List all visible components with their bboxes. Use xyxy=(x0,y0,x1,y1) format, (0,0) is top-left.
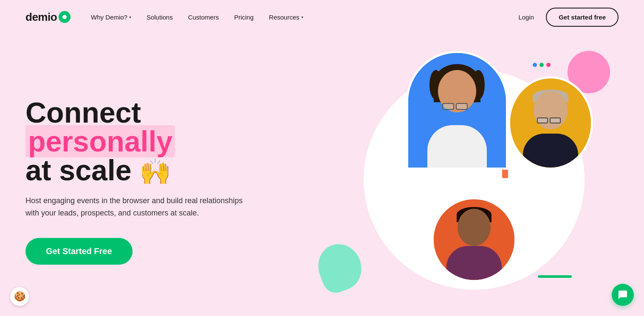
cookie-icon: 🍪 xyxy=(14,291,25,302)
chevron-down-icon: ▾ xyxy=(129,15,131,20)
login-link[interactable]: Login xyxy=(518,14,534,21)
logo[interactable]: demio xyxy=(25,11,71,24)
get-started-hero-button[interactable]: Get Started Free xyxy=(25,238,133,265)
hero-headline: Connect personally at scale 🙌 xyxy=(25,98,280,185)
p2-shirt xyxy=(523,134,578,168)
person-3-silhouette xyxy=(434,199,514,280)
person-card-1 xyxy=(406,51,508,170)
chevron-down-icon-resources: ▾ xyxy=(301,15,303,20)
get-started-nav-button[interactable]: Get started free xyxy=(546,8,619,27)
nav-link-customers[interactable]: Customers xyxy=(188,14,219,21)
hero-right xyxy=(280,42,619,316)
hero-section: Connect personally at scale 🙌 Host engag… xyxy=(0,34,644,316)
dot-blue xyxy=(533,63,537,67)
nav-link-pricing[interactable]: Pricing xyxy=(234,14,254,21)
nav-link-why-demio[interactable]: Why Demio? ▾ xyxy=(91,14,131,21)
p1-glasses xyxy=(442,103,472,110)
headline-part1: Connect xyxy=(25,96,141,129)
person-1-silhouette xyxy=(408,53,506,168)
p1-glasses-left xyxy=(442,103,454,110)
p2-glasses-right xyxy=(550,117,561,123)
nav-links: Why Demio? ▾ Solutions Customers Pricing… xyxy=(91,14,518,21)
navbar: demio Why Demio? ▾ Solutions Customers P… xyxy=(0,0,644,34)
p2-glasses xyxy=(537,117,564,123)
hero-subtext: Host engaging events in the browser and … xyxy=(25,195,246,219)
nav-link-resources[interactable]: Resources ▾ xyxy=(269,14,303,21)
logo-text: demio xyxy=(25,11,57,24)
headline-emoji: 🙌 xyxy=(139,157,171,186)
hero-left: Connect personally at scale 🙌 Host engag… xyxy=(25,94,280,265)
chat-icon xyxy=(618,290,628,300)
p3-head xyxy=(458,209,491,246)
cookie-consent-button[interactable]: 🍪 xyxy=(10,287,29,306)
nav-link-solutions[interactable]: Solutions xyxy=(147,14,173,21)
p2-glasses-left xyxy=(537,117,548,123)
person-2-silhouette xyxy=(510,78,591,168)
p1-head xyxy=(438,70,476,112)
dots-decoration xyxy=(533,63,551,67)
headline-highlight: personally xyxy=(25,125,175,157)
dot-green xyxy=(539,63,544,67)
p3-shirt xyxy=(446,246,502,280)
chat-button[interactable] xyxy=(612,284,634,306)
logo-icon xyxy=(59,11,71,23)
person-card-2 xyxy=(508,76,593,170)
p2-head xyxy=(534,91,568,129)
mint-drop-decoration xyxy=(312,238,368,296)
nav-right: Login Get started free xyxy=(518,8,619,27)
dot-pink xyxy=(546,63,551,67)
person-card-3 xyxy=(432,197,517,282)
p1-glasses-right xyxy=(456,103,468,110)
headline-part2: at scale xyxy=(25,154,132,186)
green-line-decoration xyxy=(538,275,572,278)
p1-shirt xyxy=(427,125,487,168)
